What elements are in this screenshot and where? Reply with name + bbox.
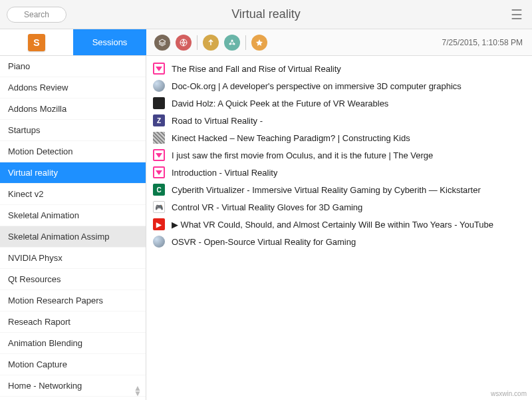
page-title: Virtual reality: [231, 7, 301, 21]
cube-favicon-icon: Z: [153, 114, 165, 126]
list-item[interactable]: I just saw the first movie from Oculus, …: [146, 146, 532, 164]
verge-favicon-icon: [153, 149, 165, 161]
list-item[interactable]: ZRoad to Virtual Reality -: [146, 112, 532, 129]
list-item-title: Road to Virtual Reality -: [172, 116, 263, 126]
list-item-title: I just saw the first movie from Oculus, …: [172, 150, 433, 160]
toolbar-divider: [197, 35, 198, 50]
timestamp: 7/25/2015, 1:10:58 PM: [442, 29, 532, 55]
verge-favicon-icon: [153, 166, 165, 178]
sidebar-item[interactable]: Kinect v2: [0, 184, 146, 205]
list-item[interactable]: CCyberith Virtualizer - Immersive Virtua…: [146, 181, 532, 198]
list-item-title: Kinect Hacked – New Teaching Paradigm? |…: [172, 133, 410, 143]
list-item-title: Cyberith Virtualizer - Immersive Virtual…: [172, 185, 481, 195]
cyber-favicon-icon: C: [153, 184, 165, 196]
sidebar-item[interactable]: Reseach Raport: [0, 311, 146, 333]
list-item[interactable]: Introduction - Virtual Reality: [146, 164, 532, 181]
sidebar-item[interactable]: Motion Research Papers: [0, 290, 146, 311]
list-item[interactable]: ▶▶ What VR Could, Should, and Almost Cer…: [146, 216, 532, 233]
texture-favicon-icon: [153, 132, 165, 144]
list-item[interactable]: The Rise and Fall and Rise of Virtual Re…: [146, 60, 532, 77]
sidebar-item[interactable]: Skeletal Animation Assimp: [0, 226, 146, 248]
sidebar-item[interactable]: Qt Resources: [0, 269, 146, 290]
logo-tab[interactable]: S: [0, 29, 73, 55]
list-item-title: Doc-Ok.org | A developer's perspective o…: [172, 81, 462, 91]
list-item-title: The Rise and Fall and Rise of Virtual Re…: [172, 64, 341, 74]
list-item[interactable]: Doc-Ok.org | A developer's perspective o…: [146, 77, 532, 95]
stack-icon[interactable]: [154, 35, 170, 51]
sidebar-item[interactable]: Motion Detection: [0, 141, 146, 162]
menu-icon[interactable]: ☰: [508, 4, 525, 25]
sidebar-item[interactable]: NVIDIA Physx: [0, 248, 146, 269]
globe-icon[interactable]: [176, 35, 192, 51]
list-item-title: Introduction - Virtual Reality: [172, 168, 277, 178]
sidebar: PianoAddons ReviewAddons MozillaStartups…: [0, 56, 146, 400]
sidebar-item[interactable]: Addons Mozilla: [0, 99, 146, 120]
sidebar-item[interactable]: Home - Networking: [0, 375, 146, 397]
list-item[interactable]: OSVR - Open-Source Virtual Reality for G…: [146, 233, 532, 250]
content-area: PianoAddons ReviewAddons MozillaStartups…: [0, 56, 532, 400]
toolbar: S Sessions 7/25/2015, 1:10:58 PM: [0, 29, 532, 56]
list-item-title: ▶ What VR Could, Should, and Almost Cert…: [172, 220, 493, 230]
header-bar: Search Virtual reality ☰: [0, 0, 532, 29]
dark-favicon-icon: [153, 97, 165, 109]
search-input[interactable]: Search: [7, 7, 66, 23]
yt-favicon-icon: ▶: [153, 218, 165, 230]
list-item-title: David Holz: A Quick Peek at the Future o…: [172, 99, 388, 108]
star-icon[interactable]: [251, 35, 267, 51]
sidebar-item[interactable]: Animation Blending: [0, 333, 146, 354]
sidebar-item[interactable]: Piano: [0, 56, 146, 77]
toolbar-icons: [146, 29, 267, 55]
sidebar-item[interactable]: Startups: [0, 120, 146, 141]
list-item-title: Control VR - Virtual Reality Gloves for …: [172, 202, 362, 212]
sessions-tab[interactable]: Sessions: [73, 29, 146, 55]
app-logo-icon: S: [28, 34, 45, 51]
ctrl-favicon-icon: 🎮: [153, 201, 165, 213]
list-item[interactable]: David Holz: A Quick Peek at the Future o…: [146, 95, 532, 112]
sidebar-item[interactable]: Virtual reality: [0, 162, 146, 184]
arrow-up-icon[interactable]: [203, 35, 219, 51]
sidebar-item[interactable]: Motion Capture: [0, 354, 146, 375]
sidebar-item[interactable]: Addons Review: [0, 77, 146, 99]
list-item[interactable]: Kinect Hacked – New Teaching Paradigm? |…: [146, 129, 532, 146]
sidebar-item[interactable]: Skeletal Animation: [0, 205, 146, 226]
main-list: The Rise and Fall and Rise of Virtual Re…: [146, 56, 532, 400]
list-item-title: OSVR - Open-Source Virtual Reality for G…: [172, 237, 356, 247]
toolbar-divider: [245, 35, 246, 50]
globe-favicon-icon: [153, 80, 165, 92]
sort-handle-icon[interactable]: ▲▼: [134, 385, 142, 396]
globe-favicon-icon: [153, 236, 165, 248]
list-item[interactable]: 🎮Control VR - Virtual Reality Gloves for…: [146, 198, 532, 216]
verge-favicon-icon: [153, 63, 165, 75]
nodes-icon[interactable]: [224, 35, 240, 51]
